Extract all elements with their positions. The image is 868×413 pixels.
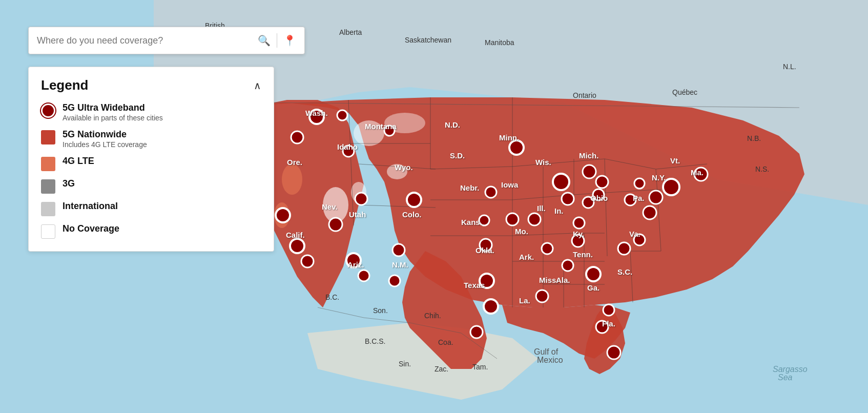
svg-point-57 <box>480 274 494 288</box>
legend-text-3g: 3G <box>63 178 75 189</box>
svg-point-48 <box>301 255 314 267</box>
svg-point-62 <box>596 176 608 188</box>
svg-point-70 <box>618 242 630 255</box>
legend-label-5gnation: 5G Nationwide <box>63 129 147 140</box>
svg-point-54 <box>389 275 400 286</box>
svg-point-56 <box>506 213 519 225</box>
svg-point-55 <box>509 140 524 155</box>
svg-point-85 <box>485 187 497 198</box>
svg-point-53 <box>392 244 405 256</box>
svg-point-68 <box>542 243 553 254</box>
legend-item-4glte: 4G LTE <box>41 156 261 171</box>
svg-point-8 <box>282 164 302 195</box>
legend-label-4glte: 4G LTE <box>63 156 94 167</box>
svg-point-64 <box>562 193 574 205</box>
legend-item-3g: 3G <box>41 178 261 194</box>
svg-point-49 <box>346 253 361 267</box>
svg-point-72 <box>607 346 621 359</box>
svg-point-88 <box>329 218 342 231</box>
legend-text-5guw: 5G Ultra Wideband Available in parts of … <box>63 102 163 122</box>
legend-icon-5gnation <box>41 130 55 144</box>
legend-item-5guw: 5G Ultra Wideband Available in parts of … <box>41 102 261 122</box>
svg-point-5 <box>354 120 384 146</box>
search-divider <box>277 33 277 48</box>
legend-icon-5guw <box>41 104 55 118</box>
legend-text-international: International <box>63 201 118 212</box>
svg-point-74 <box>596 321 608 333</box>
svg-point-51 <box>407 193 421 207</box>
svg-point-90 <box>384 126 395 136</box>
svg-point-81 <box>562 260 573 271</box>
svg-point-76 <box>649 191 663 204</box>
svg-point-83 <box>480 239 492 251</box>
legend-icon-3g <box>41 179 55 194</box>
svg-point-59 <box>470 326 483 338</box>
svg-point-46 <box>276 208 290 222</box>
legend-label-3g: 3G <box>63 178 75 189</box>
legend-item-international: International <box>41 201 261 216</box>
legend-label-5guw: 5G Ultra Wideband <box>63 102 163 113</box>
svg-point-82 <box>536 290 548 302</box>
legend-sub-5gnation: Includes 4G LTE coverage <box>63 140 147 149</box>
svg-point-52 <box>355 193 367 205</box>
legend-title: Legend <box>41 77 88 93</box>
svg-point-44 <box>309 110 324 124</box>
legend-text-5gnation: 5G Nationwide Includes 4G LTE coverage <box>63 129 147 149</box>
legend-item-5gnation: 5G Nationwide Includes 4G LTE coverage <box>41 129 261 149</box>
svg-point-7 <box>387 164 407 179</box>
legend-icon-4glte <box>41 157 55 171</box>
legend-header: Legend ∧ <box>41 77 261 93</box>
legend-text-nocoverage: No Coverage <box>63 223 119 234</box>
svg-point-65 <box>593 189 604 200</box>
svg-point-86 <box>479 215 489 225</box>
location-icon[interactable]: 📍 <box>283 34 296 47</box>
search-input[interactable] <box>37 35 254 46</box>
legend-item-nocoverage: No Coverage <box>41 223 261 239</box>
svg-point-63 <box>583 197 594 208</box>
svg-point-77 <box>663 179 679 195</box>
legend-sub-5guw: Available in parts of these cities <box>63 114 163 122</box>
legend-text-4glte: 4G LTE <box>63 156 94 167</box>
svg-point-84 <box>528 213 541 225</box>
search-bar[interactable]: 🔍 📍 <box>28 27 305 54</box>
legend-label-international: International <box>63 201 118 212</box>
svg-point-60 <box>553 174 569 190</box>
svg-point-75 <box>643 206 656 219</box>
search-icon[interactable]: 🔍 <box>258 34 271 47</box>
svg-point-50 <box>358 270 369 281</box>
legend-icon-international <box>41 202 55 216</box>
legend-panel: Legend ∧ 5G Ultra Wideband Available in … <box>28 67 274 252</box>
svg-point-71 <box>634 234 645 245</box>
svg-point-87 <box>337 110 347 120</box>
svg-point-58 <box>484 299 498 314</box>
map-container: Wash. Ore. Calif. Nev. Idaho Utah Ariz. … <box>0 0 868 413</box>
svg-point-66 <box>573 217 585 229</box>
svg-point-45 <box>291 131 303 143</box>
svg-point-67 <box>572 235 584 247</box>
svg-point-47 <box>290 239 304 253</box>
legend-label-nocoverage: No Coverage <box>63 223 119 234</box>
legend-icon-nocoverage <box>41 224 55 239</box>
svg-point-80 <box>634 178 645 189</box>
svg-point-79 <box>625 194 636 205</box>
svg-point-89 <box>343 146 354 157</box>
svg-point-69 <box>586 267 601 281</box>
legend-collapse-button[interactable]: ∧ <box>254 79 261 92</box>
svg-point-73 <box>603 304 614 316</box>
svg-point-78 <box>694 168 708 181</box>
svg-point-61 <box>583 165 596 178</box>
